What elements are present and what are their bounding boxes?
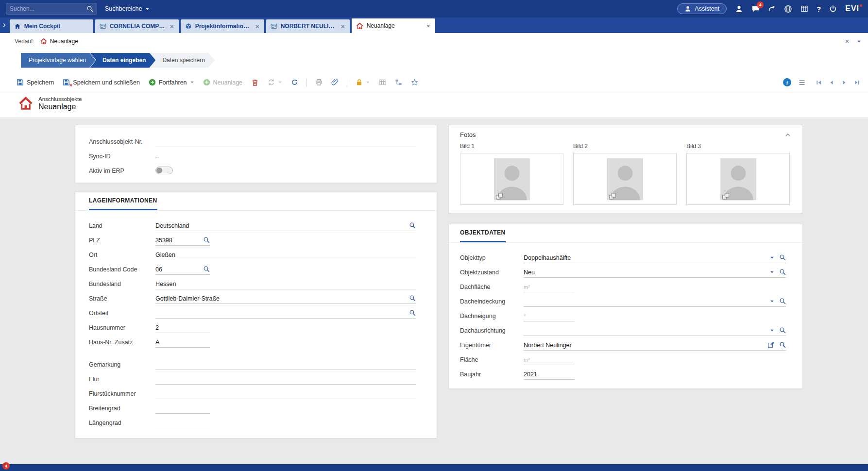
tab-close-icon[interactable]: × bbox=[340, 23, 345, 30]
save-and-close-button[interactable]: × Speichern und schließen bbox=[59, 76, 144, 88]
lageinformationen-card: LAGEINFORMATIONEN Land Deutschland PLZ bbox=[75, 192, 437, 438]
help-icon[interactable]: ? bbox=[817, 5, 821, 13]
tab-projektinformationen[interactable]: Projektinformatione... × bbox=[181, 19, 264, 33]
error-count-badge[interactable]: 4 bbox=[2, 462, 10, 470]
tab-objektdaten[interactable]: OBJEKTDATEN bbox=[460, 224, 506, 242]
chevron-down-icon[interactable] bbox=[857, 39, 861, 44]
search-icon[interactable] bbox=[86, 5, 93, 12]
search-icon[interactable] bbox=[409, 295, 416, 302]
continue-button[interactable]: Fortfahren bbox=[145, 76, 198, 88]
toggle-aktiv-im-erp[interactable] bbox=[155, 167, 173, 174]
open-record-icon[interactable] bbox=[767, 341, 774, 348]
search-scopes-dropdown[interactable]: Suchbereiche bbox=[102, 3, 153, 15]
search-icon[interactable] bbox=[409, 309, 416, 316]
change-image-icon[interactable] bbox=[722, 192, 730, 200]
apps-grid-icon[interactable] bbox=[800, 5, 808, 13]
dropdown-icon[interactable] bbox=[770, 299, 774, 303]
field-dachausrichtung[interactable] bbox=[524, 324, 786, 336]
history-item-neuanlage[interactable]: Neuanlage bbox=[40, 38, 78, 45]
field-eigentuemer[interactable]: Norbert Neulinger bbox=[524, 339, 786, 351]
field-laengengrad[interactable] bbox=[155, 417, 210, 428]
globe-icon[interactable] bbox=[784, 5, 792, 13]
tab-neuanlage[interactable]: Neuanlage × bbox=[352, 18, 435, 33]
field-objektzustand[interactable]: Neu bbox=[524, 266, 786, 278]
field-flur[interactable] bbox=[155, 373, 416, 385]
photo-upload-bild-2[interactable] bbox=[573, 153, 677, 205]
dropdown-icon[interactable] bbox=[770, 270, 774, 274]
field-dachflaeche[interactable]: m² bbox=[524, 281, 575, 292]
tab-close-icon[interactable]: × bbox=[170, 23, 174, 30]
field-land[interactable]: Deutschland bbox=[155, 219, 416, 231]
dropdown-icon[interactable] bbox=[770, 255, 774, 260]
field-ort[interactable]: Gießen bbox=[155, 249, 416, 260]
next-record-icon[interactable] bbox=[841, 79, 848, 86]
chevron-down-icon[interactable] bbox=[190, 80, 194, 84]
step-daten-speichern[interactable]: Daten speichern bbox=[150, 53, 214, 68]
field-ortsteil[interactable] bbox=[155, 307, 416, 319]
redo-icon[interactable] bbox=[768, 5, 776, 13]
tab-lageinformationen[interactable]: LAGEINFORMATIONEN bbox=[89, 192, 157, 210]
menu-icon[interactable] bbox=[798, 79, 806, 86]
assistant-button[interactable]: Assistent bbox=[677, 3, 727, 14]
field-flurstuecknummer[interactable] bbox=[155, 387, 416, 399]
field-breitengrad[interactable] bbox=[155, 402, 210, 414]
field-dachneigung[interactable]: ° bbox=[524, 310, 575, 321]
workflow-button[interactable] bbox=[391, 76, 406, 88]
search-icon[interactable] bbox=[779, 341, 786, 348]
tab-mein-cockpit[interactable]: Mein Cockpit bbox=[10, 19, 93, 33]
global-search bbox=[6, 3, 97, 15]
photo-upload-bild-1[interactable] bbox=[460, 153, 563, 205]
search-icon[interactable] bbox=[203, 266, 210, 272]
table-view-button bbox=[375, 76, 390, 88]
field-bundesland[interactable]: Hessen bbox=[155, 278, 416, 289]
search-input[interactable] bbox=[10, 5, 84, 12]
collapse-icon[interactable] bbox=[784, 132, 791, 138]
last-record-icon[interactable] bbox=[853, 79, 860, 86]
fotos-title: Fotos bbox=[460, 131, 476, 138]
tab-close-icon[interactable]: × bbox=[255, 23, 260, 30]
change-image-icon[interactable] bbox=[495, 192, 503, 200]
delete-button[interactable] bbox=[247, 76, 263, 89]
tab-cornelia[interactable]: CORNELIA COMPLE... × bbox=[95, 19, 179, 33]
field-objekttyp[interactable]: Doppelhaushälfte bbox=[524, 252, 786, 263]
power-icon[interactable] bbox=[829, 5, 837, 13]
search-icon[interactable] bbox=[779, 254, 786, 261]
step-projektvorlage-waehlen[interactable]: Projektvorlage wählen bbox=[21, 53, 96, 68]
info-icon[interactable]: i bbox=[783, 78, 791, 86]
field-baujahr[interactable]: 2021 bbox=[524, 368, 575, 380]
search-icon[interactable] bbox=[779, 298, 786, 304]
lock-button[interactable] bbox=[352, 76, 374, 88]
field-gemarkung[interactable] bbox=[155, 358, 416, 370]
photo-upload-bild-3[interactable] bbox=[686, 153, 790, 205]
refresh-button[interactable] bbox=[287, 76, 302, 88]
search-icon[interactable] bbox=[203, 236, 210, 243]
nav-expand-chevron[interactable]: › bbox=[2, 20, 10, 31]
close-panel-icon[interactable]: × bbox=[845, 37, 849, 45]
field-anschlussobjekt-nr[interactable] bbox=[155, 135, 416, 147]
search-icon[interactable] bbox=[409, 222, 416, 229]
photo-slot-2: Bild 2 bbox=[573, 143, 677, 205]
change-image-icon[interactable] bbox=[609, 192, 616, 200]
messages-icon[interactable]: 4 bbox=[751, 5, 760, 13]
save-button[interactable]: Speichern bbox=[13, 76, 58, 88]
first-record-icon[interactable] bbox=[816, 79, 822, 86]
search-icon[interactable] bbox=[779, 269, 786, 275]
field-haus-nr-zusatz[interactable]: A bbox=[155, 336, 210, 348]
favorite-button[interactable] bbox=[407, 76, 422, 88]
dropdown-icon[interactable] bbox=[770, 328, 774, 333]
field-hausnummer[interactable]: 2 bbox=[155, 321, 210, 333]
step-daten-eingeben[interactable]: Daten eingeben bbox=[90, 53, 155, 68]
attachments-button[interactable] bbox=[327, 76, 342, 88]
field-dacheindeckung[interactable] bbox=[524, 295, 786, 307]
tab-norbert[interactable]: NORBERT NEULINGE... × bbox=[266, 19, 350, 33]
user-icon[interactable] bbox=[735, 5, 743, 13]
field-plz[interactable]: 35398 bbox=[155, 234, 210, 246]
field-bundesland-code[interactable]: 06 bbox=[155, 263, 210, 275]
search-icon[interactable] bbox=[779, 327, 786, 334]
chevron-down-icon[interactable] bbox=[366, 80, 370, 84]
field-flaeche[interactable]: m² bbox=[524, 353, 575, 365]
tab-close-icon[interactable]: × bbox=[426, 22, 431, 30]
previous-record-icon[interactable] bbox=[828, 79, 835, 86]
field-strasse[interactable]: Gottlieb-Daimler-Straße bbox=[155, 292, 416, 304]
unit-label: m² bbox=[524, 284, 530, 290]
